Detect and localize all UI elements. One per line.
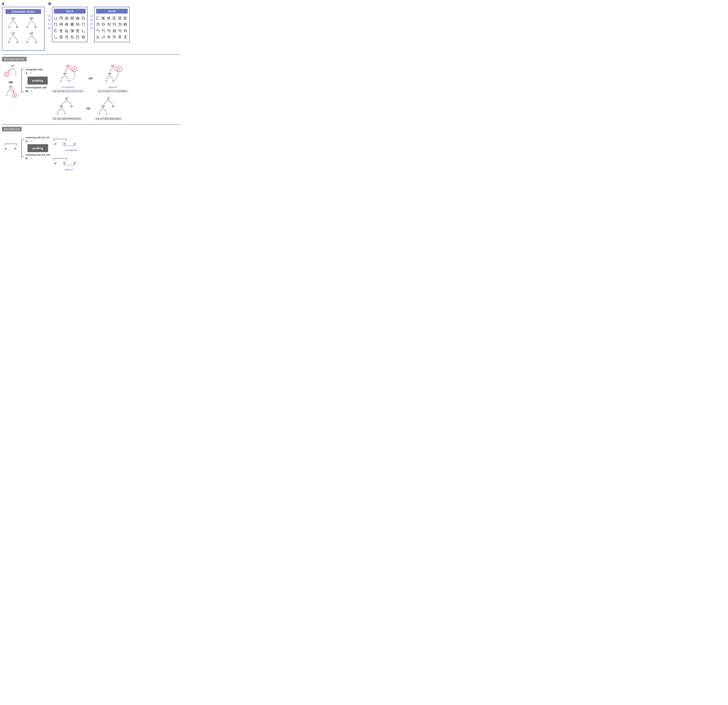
node-AP: AP <box>12 17 15 20</box>
set-b-label-C: C' <box>91 23 94 26</box>
arrow-right-1: → <box>29 71 32 75</box>
svg-line-34 <box>100 108 103 112</box>
middle-connector: mergeable with Z → probing nonmergeable … <box>21 68 50 93</box>
adjacent-diagram: ZP Z XP Y X <box>97 64 128 93</box>
list-arrow-2: → <box>29 156 33 160</box>
node-B1: B <box>16 26 18 29</box>
svg-line-27 <box>110 75 113 79</box>
panel-a-label: A <box>2 2 4 6</box>
two-word-phrase-section: two-word phrase XP X Y <box>2 57 180 120</box>
schematic-rules-tree: AP A B BP C B CP C D <box>6 16 42 47</box>
probing-box-1: probing <box>27 77 48 84</box>
set-a-title: Set A <box>54 9 86 14</box>
panel-b: B A B C D Set A 凵 凹 凶 囧 凼 凸 冂 冈 冉 冊 冋 冂 … <box>48 2 180 42</box>
node-BP: BP <box>30 17 33 20</box>
svg-line-18 <box>65 67 68 72</box>
svg-line-5 <box>13 35 17 40</box>
node-C: C <box>26 26 28 29</box>
top-section: A Schematic Rules AP A B BP C B <box>2 2 180 51</box>
set-b-label-A: A' <box>91 14 94 17</box>
svg-line-1 <box>13 20 17 25</box>
svg-line-25 <box>113 67 118 72</box>
example-box-4: e.g., {NP blue ship} apples <box>95 117 122 120</box>
zp-label-2: ZP <box>111 64 114 68</box>
node-CP: CP <box>12 32 15 35</box>
svg-line-35 <box>103 108 107 112</box>
xp-nonmerg-1: XP <box>60 105 63 108</box>
svg-line-19 <box>68 67 74 72</box>
x-circled-1: X <box>6 73 7 76</box>
or-label-1: OR <box>88 77 93 80</box>
matching-1st-label: matching with the 1st a' → <box>26 136 50 143</box>
svg-line-8 <box>8 68 13 72</box>
set-b-box: Set B 匚 匜 匝 匞 匟 匠 刃 刅 刊 刋 刌 刎 勹 勺 勻 勿 匀 … <box>94 7 130 42</box>
nonadjacent-diagram: ZP Z XP <box>52 64 84 93</box>
set-b-wrapper: A' B' C' D' Set B 匚 匜 匝 匞 匟 匠 刃 刅 刊 刋 刌 … <box>91 7 130 42</box>
z-circle-2: Z <box>118 68 120 71</box>
list-adj-output: a' b' b' adjacent <box>52 155 83 171</box>
xp-inner-1: XP <box>64 72 66 75</box>
node-A: A <box>9 26 10 29</box>
schematic-rules-box: Schematic Rules AP A B BP C B CP <box>2 7 45 51</box>
node-A2: A <box>26 41 28 43</box>
probing-box-2: probing <box>27 144 48 152</box>
nonadjacent-label-1: nonadjacent <box>62 86 74 88</box>
out-a3: a' <box>55 162 57 165</box>
null-symbol-2: ∅ <box>107 97 110 100</box>
set-a-row-B: 冂 冈 冉 冊 冋 冂 <box>54 21 86 27</box>
matching-2nd-label: matching with the 2nd b' → <box>26 153 50 160</box>
set-b-row-C: 勹 勺 勻 勿 匀 匂 <box>96 28 128 34</box>
panel-a: A Schematic Rules AP A B BP C B <box>2 2 45 51</box>
y-inner-2: Y <box>105 79 107 82</box>
set-b-label-B: B' <box>91 19 94 22</box>
adjacent-tree-svg: ZP Z XP Y X <box>100 64 125 85</box>
schematic-rules-title: Schematic Rules <box>6 9 41 14</box>
xp-label-1: XP <box>11 64 14 68</box>
x-nonmerg-2: X <box>106 112 108 115</box>
svg-line-31 <box>61 108 65 112</box>
set-a-label-C: C <box>48 23 52 26</box>
phrase-area: XP X Y OR XP <box>2 64 180 120</box>
set-b-row-B: 刃 刅 刊 刋 刌 刎 <box>96 21 128 27</box>
w-label-2: W <box>112 105 114 108</box>
svg-line-13 <box>11 88 14 93</box>
a-prime-label: a' <box>26 140 27 143</box>
nonmergeable-diagram-row: ∅ XP W X Y e.g <box>52 97 180 120</box>
arrow-right-2: → <box>29 89 33 93</box>
set-a-row-C: 乙 乧 乩 乪 乫 乚 <box>54 28 86 34</box>
list-nonadj-svg: a' b' a' <box>52 136 83 148</box>
set-b-row-A: 匚 匜 匝 匞 匟 匠 <box>96 15 128 21</box>
svg-line-30 <box>58 108 61 112</box>
svg-marker-16 <box>70 66 72 68</box>
y-label-2: Y <box>6 94 8 97</box>
set-a-row-D: 乚 乼 乜 乜 巳 包 <box>54 34 86 40</box>
zp-label-1: ZP <box>66 64 69 68</box>
example-box-1: e.g., {VP {NP navire bleu} coule} <box>52 90 84 93</box>
set-a-chars: 凵 凹 凶 囧 凼 凸 冂 冈 冉 冊 冋 冂 乙 乧 乩 乪 乫 乚 乚 乼 … <box>54 15 86 40</box>
svg-line-2 <box>28 20 32 25</box>
svg-line-6 <box>28 35 32 40</box>
list-adj-label: adjacent <box>65 168 83 171</box>
panel-b-label: B <box>48 2 51 6</box>
svg-line-9 <box>13 68 16 72</box>
list-adj-svg: a' b' b' <box>52 155 83 167</box>
xp-inner-2: XP <box>108 72 111 75</box>
set-a-label-B: B <box>48 19 52 22</box>
list-content: a' b' matching with the 1st a' → probing <box>2 134 180 171</box>
example-box-3: e.g., {NP navire bleu} pomme <box>52 117 82 120</box>
nonmergeable-adj-diagram: ∅ XP W Y X e.g., {NP blue shi <box>95 97 122 120</box>
list-pair-svg: a' b' <box>2 140 19 152</box>
svg-line-12 <box>7 88 11 93</box>
adjacent-label-1: adjacent <box>108 86 117 88</box>
section-c: two-word phrase XP X Y <box>2 54 180 171</box>
xp-tree-1: XP X Y <box>2 64 19 79</box>
nonmergeable-nonadj-svg: ∅ XP W X Y <box>54 97 79 116</box>
list-a-prime: a' <box>5 147 7 150</box>
svg-line-29 <box>66 100 72 104</box>
set-a-wrapper: A B C D Set A 凵 凹 凶 囧 凼 凸 冂 冈 冉 冊 冋 冂 乙 … <box>48 7 88 42</box>
nonmergeable-nonadj-diagram: ∅ XP W X Y e.g <box>52 97 82 120</box>
set-a-box: Set A 凵 凹 凶 囧 凼 凸 冂 冈 冉 冊 冋 冂 乙 乧 乩 乪 乫 … <box>52 7 88 42</box>
xp-nonmerg-2: XP <box>101 105 105 108</box>
node-DP: DP <box>30 32 33 35</box>
example-box-2: e.g., {VP {NP blue ship} sinks}} <box>97 90 128 93</box>
